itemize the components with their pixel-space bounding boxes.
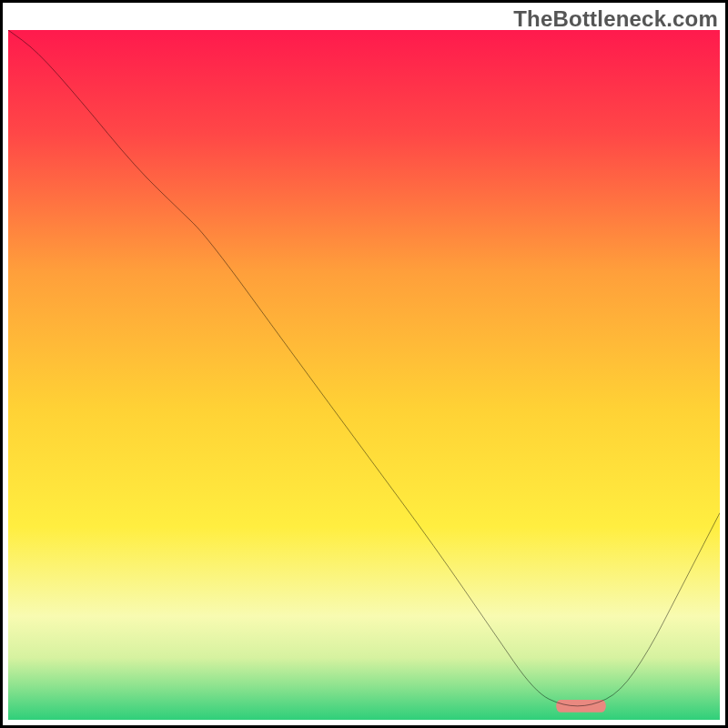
plot-area <box>8 30 720 720</box>
chart-frame: TheBottleneck.com <box>0 0 728 728</box>
chart-svg <box>8 30 720 720</box>
watermark-text: TheBottleneck.com <box>513 6 718 32</box>
background-gradient <box>8 30 720 720</box>
